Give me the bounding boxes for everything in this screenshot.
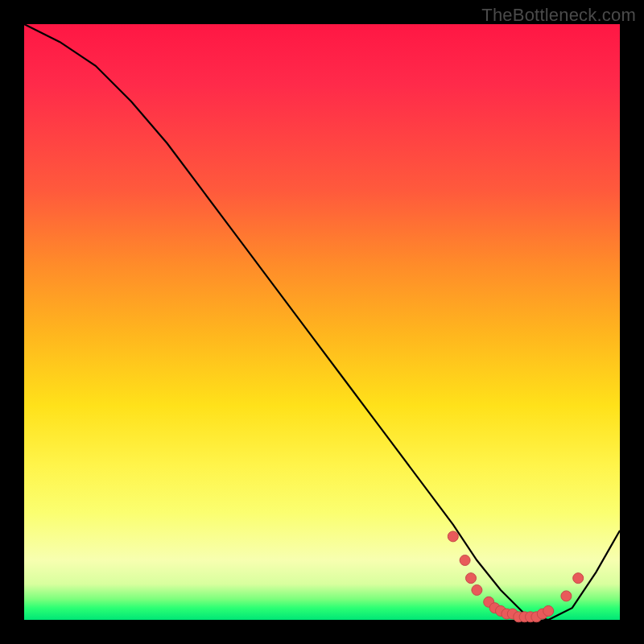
bottleneck-curve: [24, 24, 620, 620]
marker-dot: [472, 585, 482, 596]
chart-frame: TheBottleneck.com: [0, 0, 644, 644]
curve-markers: [448, 531, 583, 622]
marker-dot: [561, 591, 572, 601]
curve-svg: [24, 24, 620, 620]
marker-dot: [543, 605, 554, 616]
watermark-text: TheBottleneck.com: [481, 5, 636, 26]
marker-dot: [573, 573, 584, 584]
marker-dot: [466, 573, 477, 584]
plot-area: [24, 24, 620, 620]
marker-dot: [448, 531, 458, 542]
marker-dot: [460, 555, 470, 566]
